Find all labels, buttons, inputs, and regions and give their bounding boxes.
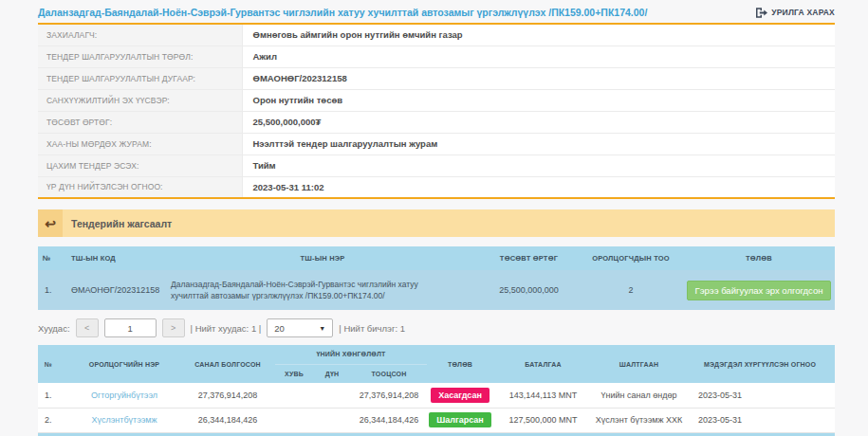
topbar: Даланзадгад-Баяндалай-Ноён-Сэврэй-Гурван… <box>38 4 835 21</box>
detail-value: Өмнөговь аймгийн орон нутгийн өмчийн газ… <box>242 24 835 45</box>
page-title: Даланзадгад-Баяндалай-Ноён-Сэврэй-Гурван… <box>38 7 647 18</box>
col-header-calculated: ТООЦСОН <box>351 364 427 383</box>
view-invitation-label: УРИЛГА ХАРАХ <box>771 8 835 17</box>
col-header-offered: САНАЛ БОЛГОСОН <box>180 345 275 383</box>
participants-header-row-1: № ОРОЛЦОГЧИЙН НЭР САНАЛ БОЛГОСОН ҮНИЙН Х… <box>38 345 835 364</box>
detail-row: ТӨСӨВТ ӨРТӨГ: 25,500,000,000₮ <box>38 111 835 133</box>
status-badge-selected: Шалгарсан <box>429 412 491 427</box>
detail-row: ҮР ДҮН НИЙТЭЛСЭН ОГНОО: 2023-05-31 11:02 <box>38 176 835 198</box>
reply-arrow-icon: ↩ <box>38 209 63 237</box>
next-page-button[interactable]: > <box>162 318 185 337</box>
participant-num: 1. <box>38 383 68 408</box>
col-header-num: № <box>38 345 68 383</box>
participant-guarantee: 143,144,113 MNT <box>493 383 593 408</box>
detail-row: ЦАХИМ ТЕНДЕР ЭСЭХ: Тийм <box>38 154 835 176</box>
detail-value: Орон нутгийн төсөв <box>242 89 835 111</box>
participant-calculated: 27,376,914,208 <box>351 383 427 408</box>
page-size-select[interactable]: 20 ▼ <box>267 318 333 337</box>
col-header-notified-date: МЭДЭГДЭЛ ХҮРГҮҮЛСЭН ОГНОО <box>685 345 835 383</box>
tender-row-num: 1. <box>38 270 66 310</box>
detail-label: ТЕНДЕР ШАЛГАРУУЛАЛТЫН ТӨРӨЛ: <box>38 45 242 67</box>
pagination-label: Хуудас: <box>38 323 70 334</box>
total-pages-label: | Нийт хуудас: 1 | <box>191 323 262 334</box>
participant-name-link[interactable]: Хүслэнтбүтээмж <box>91 415 157 425</box>
col-header-discount-group: ҮНИЙН ХӨНГӨЛӨЛТ <box>275 345 427 364</box>
table-footer-strip <box>38 432 835 436</box>
col-header-status: ТӨЛӨВ <box>427 345 493 383</box>
detail-value: 25,500,000,000₮ <box>242 111 835 133</box>
page-number-input[interactable] <box>104 318 157 337</box>
tender-row-participants: 2 <box>579 270 683 310</box>
participants-table: № ОРОЛЦОГЧИЙН НЭР САНАЛ БОЛГОСОН ҮНИЙН Х… <box>38 345 835 436</box>
participant-name-link[interactable]: Огторгуйнбүтээл <box>91 391 157 400</box>
participant-offered: 27,376,914,208 <box>180 383 275 408</box>
page-size-value: 20 <box>274 323 285 334</box>
total-records-label: | Нийт бичлэг: 1 <box>339 323 405 334</box>
tender-details-table: ЗАХИАЛАГЧ: Өмнөговь аймгийн орон нутгийн… <box>38 23 835 199</box>
detail-value: Нээлттэй тендер шалгаруулалтын журам <box>242 133 835 154</box>
detail-row: ХАА-НЫ МӨРДӨХ ЖУРАМ: Нээлттэй тендер шал… <box>38 133 835 154</box>
tender-row-budget: 25,500,000,000 <box>479 270 579 310</box>
col-header-amount: ДҮН <box>313 364 351 383</box>
col-header-participants: ОРОЛЦОГЧДЫН ТОО <box>579 246 683 270</box>
col-header-status: ТӨЛӨВ <box>683 246 835 270</box>
participant-row: 1. Огторгуйнбүтээл 27,376,914,208 27,376… <box>38 383 835 408</box>
tender-row-name: Даланзадгад-Баяндалай-Ноён-Сэврэй-Гурван… <box>166 270 479 310</box>
detail-label: ЦАХИМ ТЕНДЕР ЭСЭХ: <box>38 154 242 176</box>
detail-value: 2023-05-31 11:02 <box>242 176 835 198</box>
col-header-participant-name: ОРОЛЦОГЧИЙН НЭР <box>68 345 180 383</box>
detail-value: Ажил <box>242 45 835 67</box>
participant-offered: 26,344,184,426 <box>180 408 275 432</box>
participant-calculated: 26,344,184,426 <box>351 408 427 432</box>
participant-discount-percent <box>275 408 313 432</box>
detail-row: ЗАХИАЛАГЧ: Өмнөговь аймгийн орон нутгийн… <box>38 24 835 45</box>
detail-row: ТЕНДЕР ШАЛГАРУУЛАЛТЫН ТӨРӨЛ: Ажил <box>38 45 835 67</box>
col-header-reason: ШАЛТГААН <box>593 345 685 383</box>
participant-discount-amount <box>313 383 351 408</box>
detail-label: ТӨСӨВТ ӨРТӨГ: <box>38 111 242 133</box>
tender-detail-page: Даланзадгад-Баяндалай-Ноён-Сэврэй-Гурван… <box>0 0 868 436</box>
participant-num: 2. <box>38 408 68 432</box>
tender-list-section-bar: ↩ Тендерийн жагсаалт <box>38 209 835 237</box>
col-header-code: ТШ-ЫН КОД <box>66 246 166 270</box>
participant-discount-percent <box>275 383 313 408</box>
participant-notified-date: 2023-05-31 <box>685 408 835 432</box>
status-badge-contract-awarded: Гэрээ байгуулах эрх олгогдсон <box>687 281 832 300</box>
participant-guarantee: 127,500,000 MNT <box>493 408 593 432</box>
detail-value: Тийм <box>242 154 835 176</box>
col-header-name: ТШ-ЫН НЭР <box>166 246 479 270</box>
participant-discount-amount <box>313 408 351 432</box>
col-header-guarantee: БАТАЛГАА <box>493 345 593 383</box>
tender-row[interactable]: 1. ӨМАОНӨГ/202312158 Даланзадгад-Баяндал… <box>38 270 835 310</box>
participant-notified-date: 2023-05-31 <box>685 383 835 408</box>
view-invitation-link[interactable]: УРИЛГА ХАРАХ <box>756 8 835 18</box>
tender-table-header-row: № ТШ-ЫН КОД ТШ-ЫН НЭР ТӨСӨВТ ӨРТӨГ ОРОЛЦ… <box>38 246 835 270</box>
detail-row: САНХҮҮЖИЛТИЙН ЭХ ҮҮСВЭР: Орон нутгийн тө… <box>38 89 835 111</box>
detail-label: ХАА-НЫ МӨРДӨХ ЖУРАМ: <box>38 133 242 154</box>
detail-label: САНХҮҮЖИЛТИЙН ЭХ ҮҮСВЭР: <box>38 89 242 111</box>
prev-page-button[interactable]: < <box>76 318 99 337</box>
chevron-down-icon: ▼ <box>319 325 325 332</box>
col-header-budget: ТӨСӨВТ ӨРТӨГ <box>479 246 579 270</box>
section-title: Тендерийн жагсаалт <box>71 218 172 229</box>
detail-label: ЗАХИАЛАГЧ: <box>38 24 242 45</box>
detail-label: ҮР ДҮН НИЙТЭЛСЭН ОГНОО: <box>38 176 242 198</box>
exit-icon <box>756 8 767 18</box>
pagination: Хуудас: < > | Нийт хуудас: 1 | 20 ▼ | Ни… <box>38 318 835 337</box>
detail-row: ТЕНДЕР ШАЛГАРУУЛАЛТЫН ДУГААР: ӨМАОНӨГ/20… <box>38 67 835 89</box>
col-header-num: № <box>38 246 66 270</box>
tender-row-code: ӨМАОНӨГ/202312158 <box>66 270 166 310</box>
detail-value: ӨМАОНӨГ/202312158 <box>242 67 835 89</box>
col-header-percent: ХУВЬ <box>275 364 313 383</box>
participant-reason: Үнийн санал өндөр <box>593 383 685 408</box>
participant-row: 2. Хүслэнтбүтээмж 26,344,184,426 26,344,… <box>38 408 835 432</box>
tender-list-table: № ТШ-ЫН КОД ТШ-ЫН НЭР ТӨСӨВТ ӨРТӨГ ОРОЛЦ… <box>38 246 835 310</box>
detail-label: ТЕНДЕР ШАЛГАРУУЛАЛТЫН ДУГААР: <box>38 67 242 89</box>
participant-reason: Хүслэнт бүтээмж ХХК <box>593 408 685 432</box>
status-badge-rejected: Хасагдсан <box>431 388 489 403</box>
